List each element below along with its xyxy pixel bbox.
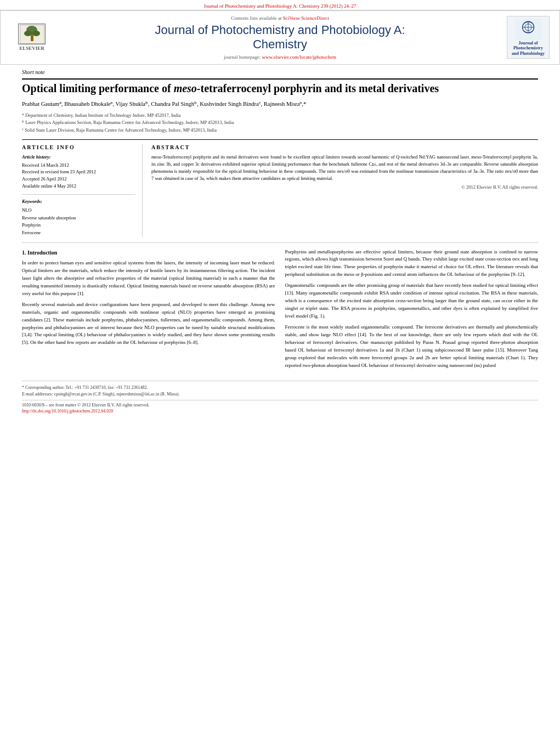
article-history: Article history: Received 14 March 2012 …: [22, 154, 135, 190]
elsevier-text: ELSEVIER: [19, 46, 44, 51]
contents-line: Contents lists available at SciVerse Sci…: [56, 15, 504, 21]
body-section: 1. Introduction In order to protect huma…: [22, 242, 538, 373]
elsevier-tree-icon: [18, 24, 46, 44]
journal-logo-box: Journal ofPhotochemistryand Photobiology: [507, 16, 550, 59]
body-col-left: 1. Introduction In order to protect huma…: [22, 248, 275, 373]
article-title: Optical limiting performance of meso-tet…: [22, 82, 538, 95]
affiliation-c: ᶜ Solid State Laser Division, Raja Raman…: [22, 127, 538, 134]
article-content: Short note Optical limiting performance …: [0, 65, 560, 419]
article-info-header: ARTICLE INFO: [22, 144, 135, 150]
keyword-4: Ferrocene: [22, 229, 135, 237]
authors: Prabhat Gautamᵃ, Bhausaheb Dhokaleᵃ, Vij…: [22, 100, 538, 109]
journal-homepage: journal homepage: www.elsevier.com/locat…: [56, 54, 504, 60]
abstract-header: ABSTRACT: [151, 144, 538, 150]
intro-para-3: Porphyrins and metalloporphyrins are eff…: [285, 248, 539, 279]
affiliation-a: ᵃ Department of Chemistry, Indian Instit…: [22, 112, 538, 119]
accepted-date: Accepted 26 April 2012: [22, 176, 135, 183]
logo-title: Journal ofPhotochemistryand Photobiology: [512, 41, 545, 56]
info-abstract-section: ARTICLE INFO Article history: Received 1…: [22, 139, 538, 237]
keyword-1: NLO: [22, 207, 135, 214]
abstract-col: ABSTRACT meso-Tetraferrocenyl porphyrin …: [151, 144, 538, 237]
received-revised-date: Received in revised form 23 April 2012: [22, 168, 135, 176]
intro-para-4: Organometallic compounds are the other p…: [285, 282, 539, 320]
sciverse-link[interactable]: SciVerse ScienceDirect: [283, 15, 329, 21]
intro-para-1: In order to protect human eyes and sensi…: [22, 259, 275, 298]
copyright-line: © 2012 Elsevier B.V. All rights reserved…: [151, 184, 538, 190]
affiliation-b: ᵇ Laser Physics Applications Section, Ra…: [22, 119, 538, 126]
intro-heading: 1. Introduction: [22, 248, 275, 257]
received-date: Received 14 March 2012: [22, 162, 135, 169]
journal-logo-right: Journal ofPhotochemistryand Photobiology: [504, 16, 553, 59]
top-journal-bar: Journal of Photochemistry and Photobiolo…: [0, 0, 560, 10]
history-title: Article history:: [22, 154, 135, 161]
svg-rect-4: [31, 35, 33, 41]
intro-para-5: Ferrocene is the most widely studied org…: [285, 324, 539, 370]
elsevier-logo: ELSEVIER: [10, 21, 54, 54]
svg-point-2: [24, 31, 32, 36]
keywords-title: Keywords:: [22, 198, 135, 206]
footnote-corresponding: * Corresponding author. Tel.: +91 731 24…: [22, 384, 538, 391]
keyword-3: Porphyrin: [22, 222, 135, 229]
journal-title: Journal of Photochemistry and Photobiolo…: [56, 23, 504, 52]
journal-header: ELSEVIER Contents lists available at Sci…: [0, 10, 560, 65]
article-info-col: ARTICLE INFO Article history: Received 1…: [22, 144, 143, 237]
doi-link[interactable]: http://dx.doi.org/10.1016/j.jphotochem.2…: [22, 409, 113, 414]
abstract-text: meso-Tetraferrocenyl porphyrin and its m…: [151, 154, 538, 183]
keywords-section: Keywords: NLO Reverse saturable absorpti…: [22, 194, 135, 237]
article-type: Short note: [22, 69, 538, 75]
intro-para-2: Recently several materials and device co…: [22, 301, 275, 347]
journal-header-center: Contents lists available at SciVerse Sci…: [56, 15, 504, 60]
elsevier-logo-area: ELSEVIER: [7, 21, 56, 54]
footer-license: 1010-6030/$ – see front matter © 2012 El…: [22, 403, 538, 408]
affiliations: ᵃ Department of Chemistry, Indian Instit…: [22, 112, 538, 134]
svg-point-3: [32, 31, 40, 36]
footer-section: * Corresponding author. Tel.: +91 731 24…: [22, 381, 538, 414]
footer-doi: http://dx.doi.org/10.1016/j.jphotochem.2…: [22, 409, 538, 414]
keyword-2: Reverse saturable absorption: [22, 214, 135, 222]
body-col-right: Porphyrins and metalloporphyrins are eff…: [285, 248, 539, 373]
footnote-emails: E-mail addresses: cpsingh@rrcat.gov.in (…: [22, 391, 538, 398]
available-date: Available online 4 May 2012: [22, 183, 135, 190]
homepage-link[interactable]: www.elsevier.com/locate/jphotochem: [262, 54, 336, 60]
journal-issue-info: Journal of Photochemistry and Photobiolo…: [203, 3, 356, 9]
